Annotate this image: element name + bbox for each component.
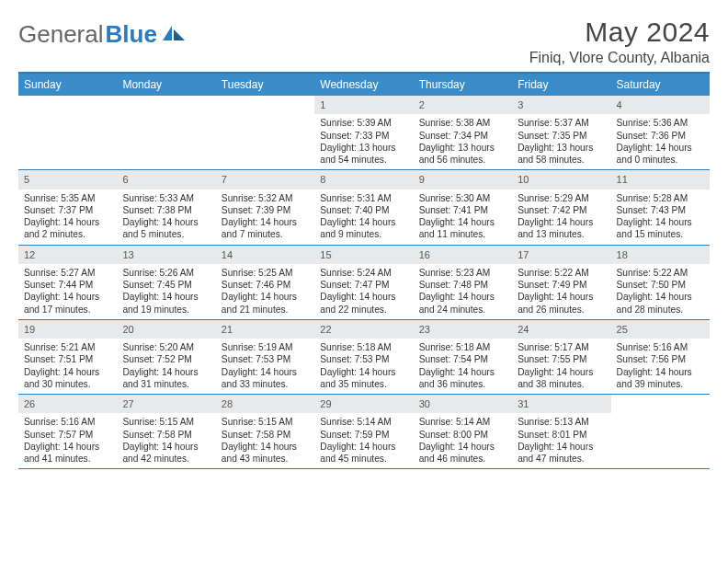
day-cell: 15Sunrise: 5:24 AMSunset: 7:47 PMDayligh…: [314, 246, 413, 319]
daylight-line: Daylight: 14 hours and 46 minutes.: [419, 441, 506, 465]
dayname-friday: Friday: [512, 74, 610, 96]
day-details: Sunrise: 5:21 AMSunset: 7:51 PMDaylight:…: [18, 339, 117, 394]
dayname-saturday: Saturday: [611, 74, 710, 96]
sunset-line: Sunset: 7:46 PM: [222, 279, 309, 291]
sunrise-line: Sunrise: 5:22 AM: [617, 267, 704, 279]
sunrise-line: Sunrise: 5:35 AM: [24, 192, 111, 204]
day-details: Sunrise: 5:20 AMSunset: 7:52 PMDaylight:…: [117, 339, 215, 394]
daylight-line: Daylight: 14 hours and 9 minutes.: [320, 216, 407, 241]
svg-marker-1: [174, 29, 185, 40]
day-cell: 17Sunrise: 5:22 AMSunset: 7:49 PMDayligh…: [512, 246, 610, 319]
day-cell: 10Sunrise: 5:29 AMSunset: 7:42 PMDayligh…: [512, 170, 610, 244]
day-cell: 20Sunrise: 5:20 AMSunset: 7:52 PMDayligh…: [117, 320, 215, 394]
day-number: 14: [216, 246, 314, 264]
sunset-line: Sunset: 7:34 PM: [419, 130, 506, 142]
sunrise-line: Sunrise: 5:26 AM: [122, 267, 210, 279]
day-details: Sunrise: 5:32 AMSunset: 7:39 PMDaylight:…: [216, 190, 314, 245]
day-cell: 26Sunrise: 5:16 AMSunset: 7:57 PMDayligh…: [18, 395, 117, 468]
dayname-sunday: Sunday: [18, 74, 117, 96]
day-cell: 21Sunrise: 5:19 AMSunset: 7:53 PMDayligh…: [216, 320, 314, 394]
dayname-wednesday: Wednesday: [314, 74, 413, 96]
sunset-line: Sunset: 7:53 PM: [222, 353, 309, 365]
day-details: Sunrise: 5:37 AMSunset: 7:35 PMDaylight:…: [512, 114, 610, 169]
day-cell: 28Sunrise: 5:15 AMSunset: 7:58 PMDayligh…: [216, 395, 314, 468]
day-number: 9: [414, 170, 512, 189]
daylight-line: Daylight: 14 hours and 22 minutes.: [320, 291, 407, 316]
day-details: Sunrise: 5:26 AMSunset: 7:45 PMDaylight:…: [117, 264, 215, 319]
sunrise-line: Sunrise: 5:13 AM: [518, 416, 605, 428]
day-details: Sunrise: 5:18 AMSunset: 7:53 PMDaylight:…: [314, 339, 413, 394]
day-number: 28: [216, 395, 314, 413]
day-number: 21: [216, 320, 314, 339]
week-row: 19Sunrise: 5:21 AMSunset: 7:51 PMDayligh…: [18, 320, 710, 395]
daylight-line: Daylight: 14 hours and 38 minutes.: [518, 366, 605, 391]
sunset-line: Sunset: 7:38 PM: [122, 204, 210, 216]
day-number: 19: [18, 320, 117, 339]
daylight-line: Daylight: 14 hours and 43 minutes.: [222, 441, 309, 465]
daylight-line: Daylight: 13 hours and 58 minutes.: [518, 142, 605, 167]
day-details: Sunrise: 5:19 AMSunset: 7:53 PMDaylight:…: [216, 339, 314, 394]
sunset-line: Sunset: 7:42 PM: [518, 204, 605, 216]
sunrise-line: Sunrise: 5:29 AM: [518, 192, 605, 204]
sunrise-line: Sunrise: 5:16 AM: [617, 341, 704, 353]
day-details: Sunrise: 5:36 AMSunset: 7:36 PMDaylight:…: [611, 114, 710, 169]
day-cell: 30Sunrise: 5:14 AMSunset: 8:00 PMDayligh…: [414, 395, 512, 468]
day-cell: 18Sunrise: 5:22 AMSunset: 7:50 PMDayligh…: [611, 246, 710, 319]
sunset-line: Sunset: 7:51 PM: [24, 353, 111, 365]
day-number: 7: [216, 170, 314, 189]
sunrise-line: Sunrise: 5:32 AM: [222, 192, 309, 204]
day-cell: 1Sunrise: 5:39 AMSunset: 7:33 PMDaylight…: [314, 96, 413, 169]
sunset-line: Sunset: 7:55 PM: [518, 353, 605, 365]
day-number: 24: [512, 320, 610, 339]
daylight-line: Daylight: 14 hours and 7 minutes.: [222, 216, 309, 241]
day-cell: 7Sunrise: 5:32 AMSunset: 7:39 PMDaylight…: [216, 170, 314, 244]
day-details: Sunrise: 5:25 AMSunset: 7:46 PMDaylight:…: [216, 264, 314, 319]
day-details: Sunrise: 5:18 AMSunset: 7:54 PMDaylight:…: [414, 339, 512, 394]
calendar: SundayMondayTuesdayWednesdayThursdayFrid…: [18, 72, 710, 469]
day-details: Sunrise: 5:28 AMSunset: 7:43 PMDaylight:…: [611, 190, 710, 245]
day-details: Sunrise: 5:14 AMSunset: 8:00 PMDaylight:…: [414, 413, 512, 468]
sunset-line: Sunset: 7:53 PM: [320, 353, 407, 365]
sunset-line: Sunset: 7:58 PM: [122, 429, 210, 441]
day-details: Sunrise: 5:15 AMSunset: 7:58 PMDaylight:…: [117, 413, 215, 468]
day-number: 26: [18, 395, 117, 413]
sunset-line: Sunset: 7:59 PM: [320, 429, 407, 441]
day-number: 27: [117, 395, 215, 413]
day-details: Sunrise: 5:13 AMSunset: 8:01 PMDaylight:…: [512, 413, 610, 468]
title-block: May 2024 Finiq, Vlore County, Albania: [529, 17, 710, 66]
sunrise-line: Sunrise: 5:16 AM: [24, 416, 111, 428]
sunset-line: Sunset: 7:43 PM: [617, 204, 704, 216]
daylight-line: Daylight: 14 hours and 15 minutes.: [617, 216, 704, 241]
sunrise-line: Sunrise: 5:19 AM: [222, 341, 309, 353]
daylight-line: Daylight: 14 hours and 17 minutes.: [24, 291, 111, 316]
sunset-line: Sunset: 7:48 PM: [419, 279, 506, 291]
day-number: 16: [414, 246, 512, 264]
daylight-line: Daylight: 14 hours and 13 minutes.: [518, 216, 605, 241]
day-details: Sunrise: 5:16 AMSunset: 7:56 PMDaylight:…: [611, 339, 710, 394]
dayname-thursday: Thursday: [414, 74, 512, 96]
sunset-line: Sunset: 7:56 PM: [617, 353, 704, 365]
sunrise-line: Sunrise: 5:30 AM: [419, 192, 506, 204]
sunset-line: Sunset: 8:00 PM: [419, 429, 506, 441]
day-number: 11: [611, 170, 710, 189]
day-number: 4: [611, 96, 710, 114]
sunrise-line: Sunrise: 5:18 AM: [320, 341, 407, 353]
day-cell: 12Sunrise: 5:27 AMSunset: 7:44 PMDayligh…: [18, 246, 117, 319]
daylight-line: Daylight: 14 hours and 47 minutes.: [518, 441, 605, 465]
day-cell: 4Sunrise: 5:36 AMSunset: 7:36 PMDaylight…: [611, 96, 710, 169]
sunrise-line: Sunrise: 5:21 AM: [24, 341, 111, 353]
day-number: 5: [18, 170, 117, 189]
day-details: Sunrise: 5:39 AMSunset: 7:33 PMDaylight:…: [314, 114, 413, 169]
day-number: 29: [314, 395, 413, 413]
day-cell: 5Sunrise: 5:35 AMSunset: 7:37 PMDaylight…: [18, 170, 117, 244]
day-cell: 2Sunrise: 5:38 AMSunset: 7:34 PMDaylight…: [414, 96, 512, 169]
sunset-line: Sunset: 7:33 PM: [320, 130, 407, 142]
day-number: 18: [611, 246, 710, 264]
daylight-line: Daylight: 14 hours and 11 minutes.: [419, 216, 506, 241]
brand-logo: GeneralBlue: [18, 17, 187, 49]
day-cell: [117, 96, 215, 169]
daylight-line: Daylight: 14 hours and 21 minutes.: [222, 291, 309, 316]
day-details: Sunrise: 5:35 AMSunset: 7:37 PMDaylight:…: [18, 190, 117, 245]
dayname-tuesday: Tuesday: [216, 74, 314, 96]
day-cell: 8Sunrise: 5:31 AMSunset: 7:40 PMDaylight…: [314, 170, 413, 244]
